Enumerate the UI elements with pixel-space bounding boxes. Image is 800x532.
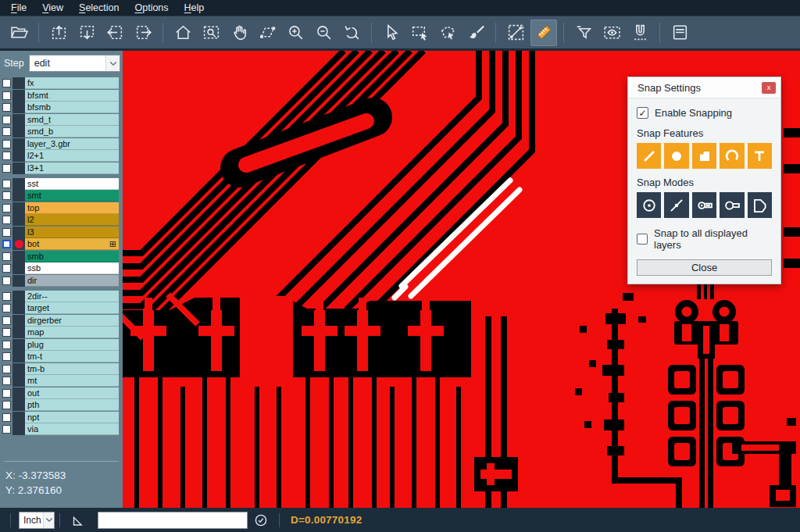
pcb-canvas[interactable]: Snap Settings x ✓ Enable Snapping Snap F…: [123, 51, 800, 508]
layer-row-top[interactable]: top: [0, 202, 123, 214]
layer-visibility-checkbox[interactable]: [2, 191, 11, 200]
layer-visibility-checkbox[interactable]: [2, 264, 11, 273]
layer-name-cell[interactable]: bfsmt: [25, 90, 119, 102]
layer-row-2dir--[interactable]: 2dir--: [0, 291, 123, 302]
layer-name-cell[interactable]: l3+1: [25, 162, 119, 174]
layer-name-cell[interactable]: l2: [25, 214, 119, 226]
layer-row-tm-t[interactable]: tm-t: [0, 351, 123, 362]
layer-row-tm-b[interactable]: tm-b: [0, 363, 123, 375]
layer-row-fx[interactable]: fx: [0, 77, 123, 89]
snap-mode-midpoint-button[interactable]: [664, 192, 688, 218]
layer-visibility-checkbox[interactable]: [2, 365, 11, 373]
layer-row-ssb[interactable]: ssb: [0, 262, 123, 274]
layer-name-cell[interactable]: fx: [25, 77, 119, 89]
layer-name-cell[interactable]: smb: [25, 251, 119, 262]
layer-name-cell[interactable]: smd_t: [25, 114, 119, 126]
layer-row-l3+1[interactable]: l3+1: [0, 162, 123, 174]
layer-name-cell[interactable]: map: [25, 327, 119, 338]
layer-row-mt[interactable]: mt: [0, 375, 123, 387]
layer-name-cell[interactable]: via: [25, 423, 119, 435]
layer-visibility-checkbox[interactable]: [2, 103, 11, 112]
layer-name-cell[interactable]: bot⊞: [25, 238, 119, 250]
view-area-button[interactable]: [598, 20, 625, 46]
layer-visibility-checkbox[interactable]: [2, 352, 11, 361]
highlight-brush-button[interactable]: [462, 20, 489, 46]
all-layers-checkbox[interactable]: [637, 234, 648, 245]
menu-file[interactable]: File: [3, 1, 34, 15]
apply-refresh-icon[interactable]: [252, 512, 270, 529]
layer-visibility-checkbox[interactable]: [2, 413, 11, 422]
layer-visibility-checkbox[interactable]: [2, 328, 11, 337]
close-icon[interactable]: x: [762, 82, 776, 94]
layer-visibility-checkbox[interactable]: [2, 240, 11, 248]
layer-visibility-checkbox[interactable]: [2, 401, 11, 409]
layer-name-cell[interactable]: smt: [25, 190, 119, 202]
layer-row-l2+1[interactable]: l2+1: [0, 150, 123, 162]
layer-name-cell[interactable]: pth: [25, 399, 119, 411]
move-view-left-button[interactable]: [102, 20, 128, 46]
snap-mode-contour-button[interactable]: [748, 192, 772, 218]
layer-visibility-checkbox[interactable]: [2, 204, 11, 212]
snap-settings-button[interactable]: [627, 20, 653, 46]
snap-mode-center-button[interactable]: [637, 192, 661, 218]
layer-visibility-checkbox[interactable]: [2, 127, 11, 136]
layer-row-sst[interactable]: sst: [0, 178, 123, 190]
layer-visibility-checkbox[interactable]: [2, 91, 11, 100]
layer-name-cell[interactable]: sst: [25, 178, 119, 190]
layer-row-smb[interactable]: smb: [0, 251, 123, 262]
layer-visibility-checkbox[interactable]: [2, 228, 11, 237]
layer-name-cell[interactable]: smd_b: [25, 126, 119, 137]
layer-visibility-checkbox[interactable]: [2, 164, 11, 173]
layer-row-plug[interactable]: plug: [0, 339, 123, 351]
layer-row-dirgerber[interactable]: dirgerber: [0, 315, 123, 327]
unit-select[interactable]: Inch: [19, 512, 55, 529]
layer-name-cell[interactable]: 2dir--: [25, 291, 119, 302]
menu-help[interactable]: Help: [177, 1, 212, 15]
select-pointer-button[interactable]: [378, 20, 405, 46]
move-view-right-button[interactable]: [130, 20, 156, 46]
snap-feature-text-button[interactable]: [748, 143, 772, 169]
layer-visibility-checkbox[interactable]: [2, 79, 11, 87]
menu-options[interactable]: Options: [127, 1, 176, 15]
zoom-home-button[interactable]: [170, 20, 196, 46]
layer-visibility-checkbox[interactable]: [2, 316, 11, 325]
angle-icon[interactable]: [70, 512, 87, 529]
layer-visibility-checkbox[interactable]: [2, 216, 11, 224]
snap-mode-pad-entry-button[interactable]: [692, 192, 716, 218]
layer-row-l2[interactable]: l2: [0, 214, 123, 226]
layer-row-out[interactable]: out: [0, 387, 123, 399]
measure-ruler-button[interactable]: [530, 20, 557, 46]
layer-name-cell[interactable]: tm-t: [25, 351, 119, 362]
close-button[interactable]: Close: [637, 259, 772, 276]
move-view-down-button[interactable]: [73, 20, 100, 46]
layer-name-cell[interactable]: plug: [25, 339, 119, 351]
zoom-dynamic-button[interactable]: [254, 20, 280, 46]
dialog-title-bar[interactable]: Snap Settings x: [628, 77, 780, 98]
measure-distance-button[interactable]: [502, 20, 529, 46]
layer-name-cell[interactable]: top: [25, 202, 119, 214]
layer-name-cell[interactable]: mt: [25, 375, 119, 387]
zoom-out-button[interactable]: [310, 20, 337, 46]
layer-visibility-checkbox[interactable]: [2, 252, 11, 261]
open-file-button[interactable]: [5, 20, 32, 46]
layer-name-cell[interactable]: l2+1: [25, 150, 119, 162]
layer-name-cell[interactable]: out: [25, 387, 119, 399]
layer-row-bfsmt[interactable]: bfsmt: [0, 90, 123, 102]
select-rectangle-button[interactable]: [406, 20, 433, 46]
layer-name-cell[interactable]: npt: [25, 412, 119, 423]
layer-name-cell[interactable]: layer_3.gbr: [25, 138, 119, 150]
layer-visibility-checkbox[interactable]: [2, 389, 11, 398]
layer-row-bot[interactable]: bot⊞: [0, 238, 123, 250]
layer-visibility-checkbox[interactable]: [2, 304, 11, 312]
layer-row-via[interactable]: via: [0, 423, 123, 435]
layers-dialog-button[interactable]: [666, 20, 693, 46]
zoom-in-button[interactable]: [282, 20, 309, 46]
command-input[interactable]: [98, 512, 248, 529]
move-view-up-button[interactable]: [45, 20, 72, 46]
layer-row-pth[interactable]: pth: [0, 399, 123, 411]
pan-hand-button[interactable]: [226, 20, 252, 46]
layer-row-dir[interactable]: dir: [0, 275, 123, 287]
layer-name-cell[interactable]: bfsmb: [25, 102, 119, 113]
layer-visibility-checkbox[interactable]: [2, 116, 11, 124]
filter-button[interactable]: [570, 20, 597, 46]
